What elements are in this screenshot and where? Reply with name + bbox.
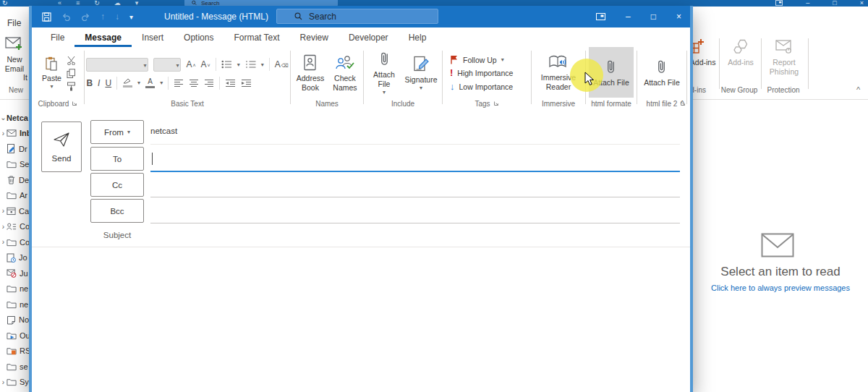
font-color-button[interactable]: A <box>145 78 155 88</box>
sidebar-item-folder[interactable]: › Co <box>0 234 29 250</box>
sidebar-item-archive[interactable]: Ar <box>0 188 29 204</box>
bold-button[interactable]: B <box>86 79 93 88</box>
popout-icon[interactable] <box>596 13 605 20</box>
align-left-icon[interactable] <box>174 79 184 87</box>
sidebar-item-contacts[interactable]: › Co <box>0 219 29 235</box>
close-button[interactable]: × <box>860 0 864 7</box>
minimize-button[interactable]: – <box>806 0 809 7</box>
customize-toolbar-icon[interactable]: ▾ <box>129 13 133 21</box>
attach-file-button[interactable]: Attach File▾ <box>367 49 401 98</box>
tab-help[interactable]: Help <box>399 29 437 47</box>
chevron-right-icon[interactable]: › <box>0 207 7 215</box>
to-button[interactable]: To <box>90 147 144 171</box>
new-items-label-fragment[interactable]: It <box>23 73 27 82</box>
move-down-icon[interactable]: ↓ <box>115 12 119 22</box>
increase-indent-icon[interactable] <box>241 79 252 87</box>
sidebar-item-calendar[interactable]: › Ca <box>0 203 29 219</box>
sidebar-item-deleted[interactable]: De <box>0 172 29 188</box>
sidebar-item-junk[interactable]: Ju <box>0 265 29 281</box>
collapse-ribbon-icon[interactable]: ^ <box>856 85 860 94</box>
grow-font-button[interactable]: A˄ <box>186 60 195 69</box>
tab-review[interactable]: Review <box>290 29 339 47</box>
dialog-launcher-icon[interactable] <box>493 101 499 106</box>
preview-messages-link[interactable]: Click here to always preview messages <box>693 284 868 292</box>
send-button[interactable]: Send <box>41 122 82 172</box>
sidebar-item-sent[interactable]: Se <box>0 157 29 173</box>
subject-input[interactable] <box>150 226 680 247</box>
sidebar-item-folder[interactable]: ne <box>0 281 29 297</box>
attach-file-html-file-2-button[interactable]: Attach File <box>642 57 682 89</box>
sidebar-item-inbox[interactable]: › Inb <box>0 126 29 142</box>
text-highlight-button[interactable] <box>122 78 132 88</box>
bcc-input[interactable] <box>150 201 680 221</box>
cc-input[interactable] <box>150 175 680 195</box>
check-names-button[interactable]: Check Names <box>330 53 360 94</box>
save-icon[interactable] <box>42 12 51 22</box>
sidebar-item-drafts[interactable]: Dr <box>0 141 29 157</box>
sidebar-item-account[interactable]: ⌄ Netca <box>0 110 29 126</box>
tab-message[interactable]: Message <box>75 29 132 47</box>
paste-button[interactable]: Paste ▾ <box>40 55 64 92</box>
tab-insert[interactable]: Insert <box>132 29 174 47</box>
italic-button[interactable]: I <box>98 79 100 88</box>
dialog-launcher-icon[interactable] <box>72 101 77 106</box>
bullets-icon[interactable] <box>221 60 232 69</box>
chevron-right-icon[interactable]: › <box>0 238 7 246</box>
maximize-button[interactable]: □ <box>833 0 836 7</box>
tab-developer[interactable]: Developer <box>339 29 399 47</box>
font-family-select[interactable]: ▾ <box>86 58 148 72</box>
minimize-button[interactable]: – <box>626 12 631 22</box>
signature-button[interactable]: Signature ▾ <box>404 54 438 93</box>
chevron-down-icon[interactable]: ▾ <box>261 61 264 68</box>
follow-up-button[interactable]: Follow Up ▾ <box>450 55 513 64</box>
to-input[interactable] <box>150 149 680 169</box>
redo-icon[interactable] <box>81 12 90 21</box>
bcc-button[interactable]: Bcc <box>90 199 144 223</box>
cc-button[interactable]: Cc <box>90 173 144 197</box>
undo-icon[interactable] <box>61 12 71 21</box>
chevron-down-icon[interactable]: ⌄ <box>0 114 7 122</box>
addins-button[interactable]: Add-ins <box>723 38 758 67</box>
align-right-icon[interactable] <box>204 79 214 87</box>
collapse-ribbon-icon[interactable]: ^ <box>681 99 684 108</box>
chevron-down-icon[interactable]: ▾ <box>160 80 163 86</box>
close-button[interactable]: × <box>676 12 681 22</box>
sidebar-item-search-folders[interactable]: se <box>0 359 29 375</box>
address-book-button[interactable]: Address Book <box>294 53 327 94</box>
report-phishing-button[interactable]: Report Phishing <box>763 38 805 76</box>
sync-icon[interactable]: ↻ <box>2 0 8 7</box>
move-up-icon[interactable]: ↑ <box>101 12 105 22</box>
popout-icon[interactable] <box>775 0 783 6</box>
chevron-down-icon[interactable]: ▾ <box>137 80 140 86</box>
low-importance-button[interactable]: ↓ Low Importance <box>450 81 513 92</box>
chevron-right-icon[interactable]: › <box>0 129 7 137</box>
clear-formatting-button[interactable]: A⌫ <box>275 60 289 69</box>
sidebar-item-journal[interactable]: Jo <box>0 250 29 266</box>
high-importance-button[interactable]: ! High Importance <box>450 67 513 78</box>
numbering-icon[interactable] <box>245 60 256 69</box>
from-button[interactable]: From ▾ <box>90 120 144 144</box>
tab-file[interactable]: File <box>41 29 75 47</box>
chevron-right-icon[interactable]: › <box>0 378 7 386</box>
sidebar-item-outbox[interactable]: Ou <box>0 328 29 344</box>
decrease-indent-icon[interactable] <box>225 79 236 87</box>
maximize-button[interactable]: □ <box>651 12 656 22</box>
from-field-value[interactable]: netcast <box>150 127 177 135</box>
sidebar-item-rss[interactable]: RS <box>0 344 29 359</box>
format-painter-icon[interactable] <box>67 82 76 91</box>
copy-icon[interactable] <box>67 69 76 78</box>
compose-search-input[interactable]: Search <box>276 9 438 24</box>
sidebar-item-sync[interactable]: › Sy <box>0 375 29 391</box>
align-center-icon[interactable] <box>189 79 199 87</box>
tab-format-text[interactable]: Format Text <box>224 29 289 47</box>
main-file-tab[interactable]: File <box>7 18 21 28</box>
chevron-down-icon[interactable]: ▾ <box>237 61 240 68</box>
new-email-button[interactable]: New Email <box>1 36 27 73</box>
font-size-select[interactable]: ▾ <box>153 58 181 72</box>
cut-icon[interactable] <box>67 56 76 65</box>
tab-options[interactable]: Options <box>174 29 224 47</box>
chevron-right-icon[interactable]: › <box>0 223 7 231</box>
underline-button[interactable]: U <box>105 79 111 88</box>
sidebar-item-notes[interactable]: No <box>0 312 29 328</box>
shrink-font-button[interactable]: A˅ <box>201 60 210 69</box>
